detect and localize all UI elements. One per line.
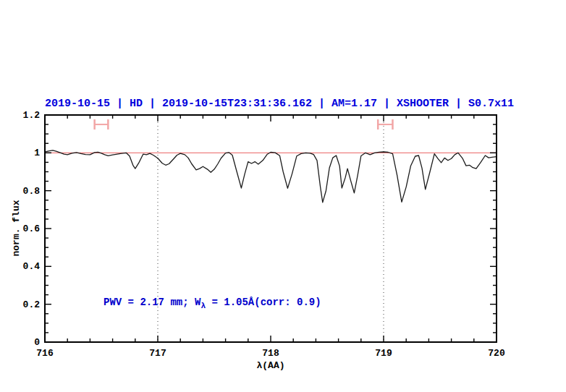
y-tick-label-0.6: 0.6 <box>23 223 40 234</box>
x-tick-label-718: 718 <box>262 348 279 359</box>
y-tick-label-1: 1 <box>34 148 40 158</box>
spectrum-line <box>45 150 497 203</box>
y-tick-label-0.8: 0.8 <box>23 185 40 196</box>
pwv-annotation: PWV = 2.17 mm; Wλ = 1.05Å(corr: 0.9) <box>104 297 321 310</box>
x-tick-label-719: 719 <box>375 348 392 359</box>
spectrum-figure: 2019-10-15 | HD | 2019-10-15T23:31:36.16… <box>0 0 566 392</box>
x-tick-label-717: 717 <box>149 348 166 359</box>
y-axis-label: norm. flux <box>11 200 22 257</box>
y-tick-label-1.2: 1.2 <box>23 110 40 121</box>
y-tick-label-0: 0 <box>34 337 40 348</box>
y-tick-label-0.2: 0.2 <box>23 299 40 310</box>
x-axis-label: λ(AA) <box>45 360 497 371</box>
y-tick-label-0.4: 0.4 <box>23 261 40 272</box>
x-tick-label-720: 720 <box>488 348 504 359</box>
spectrum-plot <box>0 0 566 392</box>
pwv-annotation-prefix: PWV = 2.17 mm; W <box>104 297 200 308</box>
x-tick-label-716: 716 <box>36 348 53 359</box>
pwv-annotation-suffix: = 1.05Å(corr: 0.9) <box>206 297 321 308</box>
